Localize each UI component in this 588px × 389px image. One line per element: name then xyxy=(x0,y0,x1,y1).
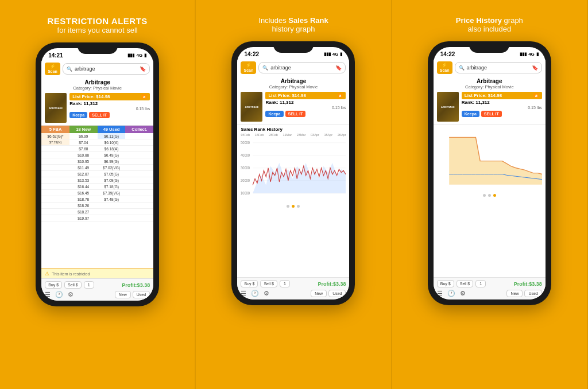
sales-rank-svg: 50000 40000 30000 20000 10000 xyxy=(241,138,346,201)
scan-label2: Scan xyxy=(243,68,253,73)
search-box2[interactable]: 🔍 arbitrage 🔖 xyxy=(258,62,346,73)
scan-button1[interactable]: ⚡ Scan xyxy=(45,63,60,75)
buy-button1[interactable]: Buy $ xyxy=(45,281,62,289)
bookmark-icon2: 🔖 xyxy=(335,65,342,71)
network-icon2: 4G xyxy=(332,52,339,57)
buy-button3[interactable]: Buy $ xyxy=(437,280,454,287)
cell-collect xyxy=(125,133,153,139)
nav-row3: ☰ 🕐 ⚙ New Used xyxy=(437,290,542,297)
cell-new: $18.27 xyxy=(69,209,98,215)
used-btn1[interactable]: Used xyxy=(133,291,150,298)
cell-used: $7.05(G) xyxy=(98,171,126,177)
settings-icon2[interactable]: ⚙ xyxy=(264,290,269,297)
product-details1: ARBITRAGE List Price: $14.98 a Rank: 11,… xyxy=(45,93,150,123)
scan-button3[interactable]: ⚡ Scan xyxy=(437,61,452,74)
scan-label3: Scan xyxy=(440,68,450,73)
search-box1[interactable]: 🔍 arbitrage 🔖 xyxy=(63,63,150,75)
svg-text:40000: 40000 xyxy=(241,153,250,157)
keepa-button1[interactable]: Keepa xyxy=(69,112,87,118)
time3: 14:22 xyxy=(440,51,455,57)
weight1: 0.15 lbs xyxy=(69,107,150,111)
table-row: $16.44 $7.18(G) xyxy=(41,184,153,190)
bookmark-icon3: 🔖 xyxy=(532,65,538,71)
used-btn2[interactable]: Used xyxy=(328,290,346,297)
panel-price-history: Price History graph also included 14:22 … xyxy=(392,0,588,389)
date8: 26Apr xyxy=(338,133,346,137)
chart-dots2 xyxy=(241,203,346,209)
history-icon1[interactable]: 🕐 xyxy=(55,291,63,298)
settings-icon3[interactable]: ⚙ xyxy=(460,290,466,297)
sellit-button1[interactable]: SELL IT xyxy=(89,112,110,118)
date5: 23Mar xyxy=(297,133,306,137)
settings-icon1[interactable]: ⚙ xyxy=(68,291,74,298)
search-box3[interactable]: 🔍 arbitrage 🔖 xyxy=(455,62,542,73)
bottom-bar3: Buy $ Sell $ 1 Profit:$3.38 ☰ 🕐 ⚙ New Us… xyxy=(434,277,546,299)
buttons-row3: Keepa SELL IT xyxy=(462,111,542,117)
cell-collect xyxy=(125,190,153,196)
sell-button2[interactable]: Sell $ xyxy=(260,280,277,287)
time2: 14:22 xyxy=(244,51,259,57)
svg-text:50000: 50000 xyxy=(241,141,250,145)
list-icon3[interactable]: ☰ xyxy=(437,290,443,297)
product-area2: Arbitrage Category: Physical Movie ARBIT… xyxy=(237,76,349,124)
qty-field2[interactable]: 1 xyxy=(280,280,290,287)
product-category2: Category: Physical Movie xyxy=(241,84,346,90)
list-icon1[interactable]: ☰ xyxy=(45,291,51,298)
svg-text:30000: 30000 xyxy=(241,166,250,170)
list-price-text2: List Price: $14.98 xyxy=(268,93,305,98)
dot4 xyxy=(483,194,486,197)
history-icon3[interactable]: 🕐 xyxy=(447,290,455,297)
cell-used: $6.10(A) xyxy=(98,139,126,145)
product-title1: Arbitrage xyxy=(45,79,150,85)
history-icon2[interactable]: 🕐 xyxy=(251,290,259,297)
cell-collect xyxy=(125,209,153,215)
new-btn2[interactable]: New xyxy=(311,290,327,297)
scan-button2[interactable]: ⚡ Scan xyxy=(241,61,256,74)
cell-collect xyxy=(125,139,153,145)
table-row: $11.49 $7.02(VG) xyxy=(41,165,153,171)
scan-label1: Scan xyxy=(48,69,57,74)
buy-button2[interactable]: Buy $ xyxy=(241,280,258,287)
profit-text3: Profit:$3.38 xyxy=(514,281,542,287)
rank1: Rank: 11,312 xyxy=(69,100,150,107)
table-row: $6.62(G)* $6.99 $6.11(G) xyxy=(41,133,153,139)
panel-sales-rank: Includes Sales Rank history graph 14:22 … xyxy=(196,0,392,389)
list-icon2[interactable]: ☰ xyxy=(241,290,246,297)
table-row: $13.53 $7.09(G) xyxy=(41,177,153,184)
offers-table1: 5 FBA 18 New 49 Used Collect. $6.62(G)* … xyxy=(41,126,153,269)
keepa-button2[interactable]: Keepa xyxy=(265,111,283,117)
product-title3: Arbitrage xyxy=(437,78,542,84)
col-fba1: 5 FBA xyxy=(41,126,69,133)
lightning-icon3: ⚡ xyxy=(442,63,447,68)
buttons-row2: Keepa SELL IT xyxy=(265,111,346,117)
chart-dates: 04Feb 16Feb 28Feb 11Mar 23Mar 03Apr 15Ap… xyxy=(241,133,346,137)
new-used-btns2: New Used xyxy=(311,290,346,297)
new-btn1[interactable]: New xyxy=(115,291,131,298)
table-row: $19.97 xyxy=(41,215,153,221)
dot2-active xyxy=(292,205,295,208)
cell-used xyxy=(98,215,126,221)
new-btn3[interactable]: New xyxy=(506,290,523,297)
keepa-button3[interactable]: Keepa xyxy=(462,111,479,117)
panel2-bold: Sales Rank xyxy=(288,16,328,25)
lightning-icon2: ⚡ xyxy=(246,63,252,68)
sell-button1[interactable]: Sell $ xyxy=(64,281,82,289)
signal-icon2: ▮▮▮ xyxy=(324,52,331,57)
product-details2: ARBITRAGE List Price: $14.98 a Rank: 11,… xyxy=(241,92,346,122)
cell-fba xyxy=(41,177,69,183)
qty-field3[interactable]: 1 xyxy=(475,280,486,287)
phone1-notch xyxy=(78,42,118,54)
product-image-inner2: ARBITRAGE xyxy=(241,92,262,122)
sellit-button3[interactable]: SELL IT xyxy=(481,111,502,117)
cell-collect xyxy=(125,184,153,189)
cell-fba xyxy=(41,190,69,196)
cell-new: $6.99 xyxy=(69,133,98,139)
table-row: $18.27 xyxy=(41,209,153,215)
sellit-button2[interactable]: SELL IT xyxy=(285,111,306,117)
restriction-banner: ⚠ This item is restricted xyxy=(41,269,153,278)
used-btn3[interactable]: Used xyxy=(524,290,541,297)
qty-field1[interactable]: 1 xyxy=(84,281,94,289)
phone2-screen: 14:22 ▮▮▮ 4G ▮ ⚡ Scan 🔍 arbitrage 🔖 xyxy=(237,47,349,299)
sales-rank-chart-area: Sales Rank History 04Feb 16Feb 28Feb 11M… xyxy=(237,125,349,277)
sell-button3[interactable]: Sell $ xyxy=(457,280,474,287)
